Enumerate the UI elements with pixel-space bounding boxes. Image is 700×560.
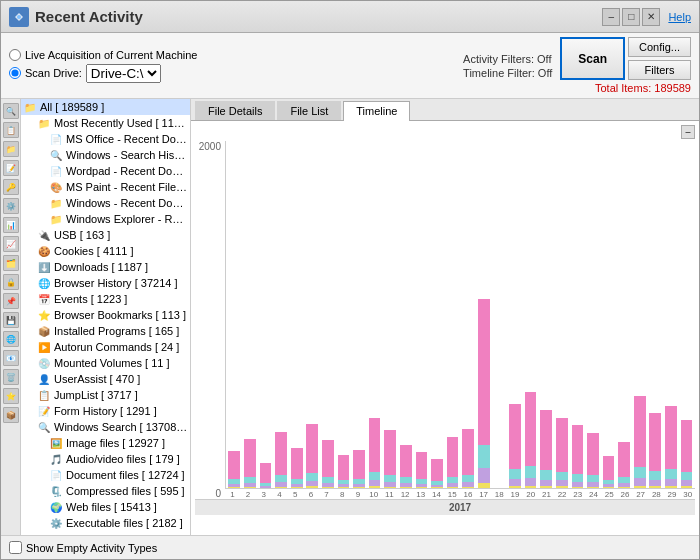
- list-item[interactable]: 📁Most Recently Used [ 1197 ]: [21, 115, 190, 131]
- bar-segment: [478, 468, 490, 483]
- bar-group: [430, 141, 445, 488]
- bar-stack: [369, 418, 381, 488]
- close-button[interactable]: ✕: [642, 8, 660, 26]
- list-item[interactable]: 🌐Browser History [ 37214 ]: [21, 275, 190, 291]
- drive-select[interactable]: Drive-C:\: [86, 64, 161, 83]
- side-panel-icon[interactable]: 🌐: [3, 331, 19, 347]
- list-item[interactable]: 📝Form History [ 1291 ]: [21, 403, 190, 419]
- list-item[interactable]: 👤UserAssist [ 470 ]: [21, 371, 190, 387]
- side-panel-icon[interactable]: 📊: [3, 217, 19, 233]
- list-item[interactable]: 📅Events [ 1223 ]: [21, 291, 190, 307]
- sidebar[interactable]: 📁All [ 189589 ]📁Most Recently Used [ 119…: [21, 99, 191, 535]
- maximize-button[interactable]: □: [622, 8, 640, 26]
- list-item[interactable]: 🍪Cookies [ 4111 ]: [21, 243, 190, 259]
- list-item[interactable]: 🎵Audio/video files [ 179 ]: [21, 451, 190, 467]
- show-empty-checkbox[interactable]: [9, 541, 22, 554]
- list-item[interactable]: 🎨MS Paint - Recent Files [ 9: [21, 179, 190, 195]
- scan-button[interactable]: Scan: [560, 37, 625, 80]
- side-panel-icon[interactable]: 📌: [3, 293, 19, 309]
- list-item[interactable]: 🔌USB [ 163 ]: [21, 227, 190, 243]
- bar-group: [352, 141, 367, 488]
- config-button[interactable]: Config...: [628, 37, 691, 57]
- bar-segment: [462, 475, 474, 482]
- minimize-button[interactable]: –: [602, 8, 620, 26]
- x-axis-label: 2: [241, 490, 256, 499]
- list-item[interactable]: 🖼️Image files [ 12927 ]: [21, 435, 190, 451]
- window-title: Recent Activity: [35, 8, 602, 25]
- side-panel-icon[interactable]: 🔑: [3, 179, 19, 195]
- x-axis-label: 29: [665, 490, 680, 499]
- side-panel-icon[interactable]: 📧: [3, 350, 19, 366]
- side-panel-icon[interactable]: 📝: [3, 160, 19, 176]
- side-panel-icon[interactable]: 📦: [3, 407, 19, 423]
- list-item[interactable]: 💿Mounted Volumes [ 11 ]: [21, 355, 190, 371]
- side-panel-icon[interactable]: 🗂️: [3, 255, 19, 271]
- bar-segment: [665, 406, 677, 469]
- sidebar-item-label: Browser History [ 37214 ]: [54, 277, 178, 289]
- side-panel-icon[interactable]: ⭐: [3, 388, 19, 404]
- side-panel-icon[interactable]: 📈: [3, 236, 19, 252]
- live-acquisition-option[interactable]: Live Acquisition of Current Machine: [9, 49, 197, 61]
- bar-group: [586, 141, 601, 488]
- bar-segment: [509, 469, 521, 479]
- folder-icon: 📁: [23, 100, 37, 114]
- event-icon: 📅: [37, 292, 51, 306]
- list-item[interactable]: ⚙️Executable files [ 2182 ]: [21, 515, 190, 531]
- list-item[interactable]: 📁Windows Explorer - Recen: [21, 211, 190, 227]
- side-panel-icon[interactable]: ⚙️: [3, 198, 19, 214]
- help-link[interactable]: Help: [668, 11, 691, 23]
- side-panel-icon[interactable]: 📋: [3, 122, 19, 138]
- chart-year-label: 2017: [225, 502, 695, 513]
- main-content: 🔍📋📁📝🔑⚙️📊📈🗂️🔒📌💾🌐📧🗑️⭐📦 📁All [ 189589 ]📁Mos…: [1, 99, 699, 535]
- chart-minimize-button[interactable]: –: [681, 125, 695, 139]
- bar-group: [570, 141, 585, 488]
- list-item[interactable]: 📄MS Office - Recent Docs [: [21, 131, 190, 147]
- bar-stack: [572, 425, 584, 488]
- scan-drive-radio[interactable]: [9, 67, 21, 79]
- bar-segment: [244, 487, 256, 488]
- side-panel-icon[interactable]: 💾: [3, 312, 19, 328]
- list-item[interactable]: ⭐Browser Bookmarks [ 113 ]: [21, 307, 190, 323]
- list-item[interactable]: 🌍Web files [ 15413 ]: [21, 499, 190, 515]
- tab-file-list[interactable]: File List: [277, 101, 341, 120]
- bar-stack: [665, 406, 677, 488]
- tab-timeline[interactable]: Timeline: [343, 101, 410, 121]
- list-item[interactable]: 📋JumpList [ 3717 ]: [21, 387, 190, 403]
- x-axis-label: 30: [680, 490, 695, 499]
- bar-stack: [322, 440, 334, 488]
- bar-stack: [384, 430, 396, 488]
- side-panel-icon[interactable]: 🔍: [3, 103, 19, 119]
- list-item[interactable]: 🗜️Compressed files [ 595 ]: [21, 483, 190, 499]
- bar-group: [461, 141, 476, 488]
- filters-button[interactable]: Filters: [628, 60, 691, 80]
- list-item[interactable]: ▶️Autorun Commands [ 24 ]: [21, 339, 190, 355]
- list-item[interactable]: 📁All [ 189589 ]: [21, 99, 190, 115]
- bar-segment: [322, 487, 334, 488]
- list-item[interactable]: ⬇️Downloads [ 1187 ]: [21, 259, 190, 275]
- list-item[interactable]: 📦Installed Programs [ 165 ]: [21, 323, 190, 339]
- bar-stack: [618, 442, 630, 488]
- list-item[interactable]: 📄Document files [ 12724 ]: [21, 467, 190, 483]
- browser-icon: 🌐: [37, 276, 51, 290]
- exe-icon: ⚙️: [49, 516, 63, 530]
- bar-group: [321, 141, 336, 488]
- list-item[interactable]: 📁Windows - Recent Docume: [21, 195, 190, 211]
- list-item[interactable]: 🔍Windows - Search History [: [21, 147, 190, 163]
- list-item[interactable]: 📄Wordpad - Recent Docs [: [21, 163, 190, 179]
- side-panel-icon[interactable]: 📁: [3, 141, 19, 157]
- x-axis-label: 10: [366, 490, 381, 499]
- live-acquisition-radio[interactable]: [9, 49, 21, 61]
- side-panel-icon[interactable]: 🔒: [3, 274, 19, 290]
- show-empty-checkbox-item[interactable]: Show Empty Activity Types: [9, 541, 157, 554]
- bar-segment: [634, 396, 646, 467]
- side-panel-icon[interactable]: 🗑️: [3, 369, 19, 385]
- chart-header: –: [195, 125, 695, 139]
- bar-group: [477, 141, 492, 488]
- bar-segment: [649, 413, 661, 471]
- bar-segment: [509, 479, 521, 486]
- tab-file-details[interactable]: File Details: [195, 101, 275, 120]
- list-item[interactable]: 🔍Windows Search [ 137088 ]: [21, 419, 190, 435]
- scan-drive-option[interactable]: Scan Drive: Drive-C:\: [9, 64, 197, 83]
- bar-segment: [431, 487, 443, 488]
- sidebar-item-label: Windows Search [ 137088 ]: [54, 421, 188, 433]
